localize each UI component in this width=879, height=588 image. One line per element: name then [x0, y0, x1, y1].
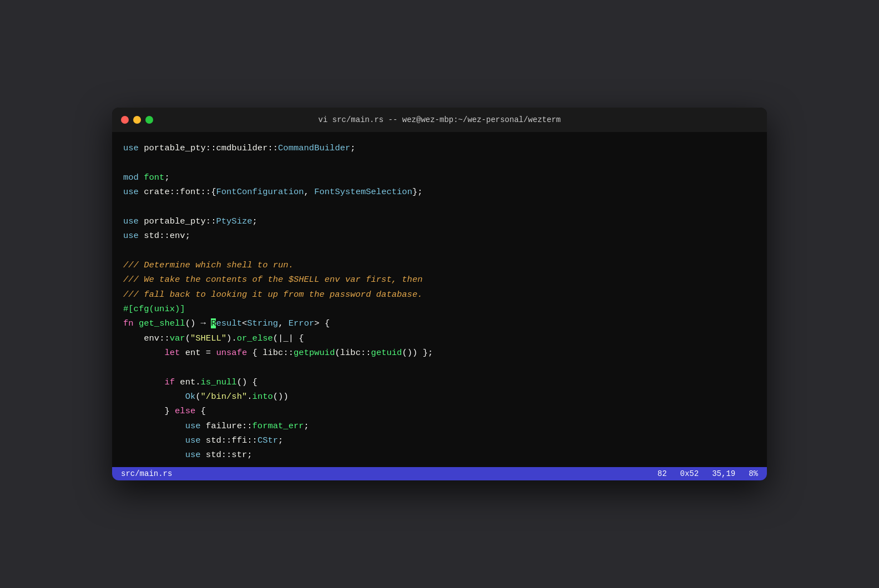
close-button[interactable]: [121, 116, 129, 124]
window-title: vi src/main.rs -- wez@wez-mbp:~/wez-pers…: [319, 115, 561, 124]
code-line: use crate::font::{FontConfiguration, Fon…: [123, 185, 756, 199]
code-line: mod font;: [123, 170, 756, 185]
statusbar: src/main.rs 82 0x52 35,19 8%: [112, 467, 767, 480]
statusbar-col: 82: [658, 469, 667, 478]
code-line: use portable_pty::PtySize;: [123, 214, 756, 229]
code-line: use std::str;: [123, 448, 756, 462]
code-line: use failure::format_err;: [123, 419, 756, 433]
code-line: [123, 156, 756, 170]
code-line: if ent.is_null() {: [123, 375, 756, 389]
code-line: [123, 360, 756, 374]
statusbar-filename: src/main.rs: [121, 469, 172, 478]
statusbar-position: 35,19: [712, 469, 735, 478]
code-editor[interactable]: use portable_pty::cmdbuilder::CommandBui…: [112, 132, 767, 463]
code-line: [123, 200, 756, 214]
statusbar-right: 82 0x52 35,19 8%: [658, 469, 758, 478]
code-line: #[cfg(unix)]: [123, 302, 756, 316]
code-line: /// fall back to looking it up from the …: [123, 287, 756, 302]
code-line: /// We take the contents of the $SHELL e…: [123, 272, 756, 287]
code-line: use std::env;: [123, 229, 756, 243]
traffic-lights: [121, 116, 153, 124]
code-line: fn get_shell() → Result<String, Error> {: [123, 316, 756, 331]
maximize-button[interactable]: [145, 116, 153, 124]
terminal-window: vi src/main.rs -- wez@wez-mbp:~/wez-pers…: [112, 108, 767, 480]
statusbar-percent: 8%: [749, 469, 758, 478]
titlebar: vi src/main.rs -- wez@wez-mbp:~/wez-pers…: [112, 108, 767, 132]
code-line: use std::ffi::CStr;: [123, 433, 756, 448]
code-line: [123, 244, 756, 258]
statusbar-hex: 0x52: [680, 469, 699, 478]
code-line: env::var("SHELL").or_else(|_| {: [123, 331, 756, 346]
code-line: } else {: [123, 404, 756, 418]
code-line: let ent = unsafe { libc::getpwuid(libc::…: [123, 346, 756, 360]
code-line: /// Determine which shell to run.: [123, 258, 756, 272]
code-line: use portable_pty::cmdbuilder::CommandBui…: [123, 141, 756, 155]
minimize-button[interactable]: [133, 116, 141, 124]
code-line: Ok("/bin/sh".into()): [123, 389, 756, 404]
